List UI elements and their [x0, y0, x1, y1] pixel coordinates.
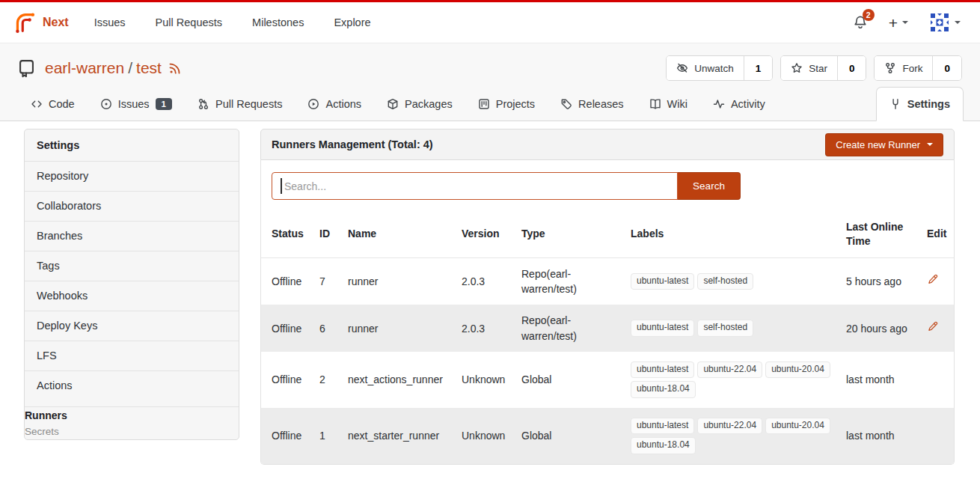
notifications-button[interactable]: 2	[853, 15, 868, 30]
col-header-name: Name	[342, 211, 456, 257]
caret-down-icon	[955, 21, 961, 24]
sidebar-item-label: Deploy Keys	[37, 320, 97, 332]
sidebar-item-label: Tags	[37, 260, 60, 272]
runner-row: Offline 1 next_starter_runner Unknown Gl…	[261, 408, 954, 464]
search-button[interactable]: Search	[677, 172, 741, 200]
repo-owner-link[interactable]: earl-warren	[45, 59, 124, 77]
runner-version: 2.0.3	[456, 305, 515, 352]
tab-label: Settings	[907, 98, 950, 110]
tab-pull-requests[interactable]: Pull Requests	[185, 87, 295, 120]
label-chip: ubuntu-18.04	[631, 381, 696, 397]
tab-packages[interactable]: Packages	[374, 87, 465, 120]
star-button[interactable]: Star	[781, 56, 838, 80]
forgejo-logo-icon[interactable]	[13, 11, 37, 34]
runner-id: 2	[313, 352, 342, 408]
tab-wiki[interactable]: Wiki	[637, 87, 700, 120]
sidebar-item-tags[interactable]: Tags	[25, 251, 239, 281]
nav-item-explore[interactable]: Explore	[319, 16, 385, 28]
panel-header: Runners Management (Total: 4) Create new…	[260, 129, 955, 160]
label-chip: ubuntu-latest	[631, 273, 694, 290]
unwatch-button[interactable]: Unwatch	[667, 56, 744, 80]
brand-label[interactable]: Next	[43, 16, 69, 29]
tab-label: Activity	[731, 98, 765, 110]
col-header-type: Type	[515, 211, 625, 257]
runner-edit-cell	[921, 408, 954, 464]
rss-feed-icon[interactable]	[168, 61, 182, 75]
sidebar-item-label: Collaborators	[37, 200, 101, 212]
book-icon	[649, 98, 661, 110]
issue-opened-icon	[100, 98, 112, 110]
runner-type: Global	[515, 408, 625, 464]
star-count[interactable]: 0	[838, 56, 866, 80]
tab-code[interactable]: Code	[18, 87, 88, 120]
col-header-version: Version	[456, 211, 515, 257]
nav-items: IssuesPull RequestsMilestonesExplore	[79, 16, 386, 28]
tab-actions[interactable]: Actions	[295, 87, 374, 120]
col-header-labels: Labels	[625, 211, 840, 257]
col-header-edit: Edit	[921, 211, 954, 257]
runner-edit-cell	[921, 305, 954, 352]
sidebar-item-repository[interactable]: Repository	[25, 162, 239, 192]
sidebar-item-webhooks[interactable]: Webhooks	[25, 281, 239, 311]
edit-runner-button[interactable]	[927, 321, 938, 332]
sidebar-subitem-runners[interactable]: Runners	[25, 407, 239, 424]
unwatch-count[interactable]: 1	[744, 56, 773, 80]
sidebar-subitem-secrets[interactable]: Secrets	[25, 424, 239, 439]
nav-item-milestones[interactable]: Milestones	[237, 16, 319, 28]
page-content: Settings Repository Collaborators Branch…	[0, 121, 980, 465]
tab-label: Code	[49, 98, 75, 110]
create-runner-button[interactable]: Create new Runner	[825, 133, 943, 156]
tab-projects[interactable]: Projects	[465, 87, 548, 120]
sidebar-item-actions[interactable]: Actions	[25, 371, 239, 407]
tab-activity[interactable]: Activity	[700, 87, 778, 120]
tab-label: Pull Requests	[215, 98, 282, 110]
star-button-group: Star 0	[780, 55, 866, 81]
pencil-icon	[927, 321, 938, 332]
user-menu[interactable]	[929, 12, 961, 33]
repo-tabs: Code Issues 1 Pull Requests Actions Pack…	[0, 87, 980, 121]
repo-action-buttons: Unwatch 1 Star 0 Fork 0	[666, 55, 962, 81]
edit-runner-button[interactable]	[927, 274, 938, 285]
sidebar-item-deploy-keys[interactable]: Deploy Keys	[25, 311, 239, 341]
plus-icon: +	[889, 15, 898, 31]
notification-count-badge: 2	[863, 9, 875, 21]
sidebar-item-lfs[interactable]: LFS	[25, 341, 239, 371]
runner-row: Offline 2 next_actions_runner Unknown Gl…	[261, 352, 954, 408]
text-cursor	[281, 178, 282, 194]
tab-issues[interactable]: Issues 1	[88, 87, 185, 120]
label-chip: ubuntu-20.04	[765, 362, 830, 378]
sidebar-item-collaborators[interactable]: Collaborators	[25, 192, 239, 222]
label-chip: ubuntu-latest	[631, 320, 694, 336]
top-navbar: Next IssuesPull RequestsMilestonesExplor…	[0, 2, 980, 43]
table-body: Offline 7 runner 2.0.3 Repo(earl-warren/…	[261, 257, 954, 463]
tab-settings[interactable]: Settings	[876, 87, 964, 121]
runner-last-online: last month	[840, 352, 921, 408]
repo-header: earl-warren / test Unwatch 1 Star 0 Fork…	[0, 43, 980, 87]
repo-name-link[interactable]: test	[136, 59, 162, 77]
project-icon	[478, 98, 490, 110]
nav-item-pull-requests[interactable]: Pull Requests	[141, 16, 237, 28]
runner-name: runner	[342, 257, 456, 305]
label-chip: ubuntu-22.04	[697, 418, 762, 434]
tab-label: Issues	[118, 98, 150, 110]
panel-body: Search StatusIDNameVersionTypeLabelsLast…	[260, 160, 955, 465]
label-chip: ubuntu-22.04	[697, 362, 762, 378]
runner-labels: ubuntu-latestubuntu-22.04ubuntu-20.04ubu…	[625, 352, 840, 408]
fork-button[interactable]: Fork	[875, 56, 933, 80]
caret-down-icon	[927, 143, 933, 146]
runner-version: Unknown	[456, 352, 515, 408]
tab-count-badge: 1	[156, 98, 172, 110]
runner-name: runner	[342, 305, 456, 352]
runner-name: next_actions_runner	[342, 352, 456, 408]
sidebar-header: Settings	[25, 129, 239, 162]
tag-icon	[560, 98, 572, 110]
fork-count[interactable]: 0	[933, 56, 961, 80]
sidebar-item-branches[interactable]: Branches	[25, 222, 239, 251]
tab-releases[interactable]: Releases	[548, 87, 636, 120]
play-circle-icon	[307, 98, 319, 110]
nav-item-issues[interactable]: Issues	[79, 16, 141, 28]
runner-row: Offline 7 runner 2.0.3 Repo(earl-warren/…	[261, 257, 954, 305]
runner-version: 2.0.3	[456, 257, 515, 305]
create-new-menu[interactable]: +	[889, 15, 908, 31]
search-input[interactable]	[272, 172, 678, 200]
